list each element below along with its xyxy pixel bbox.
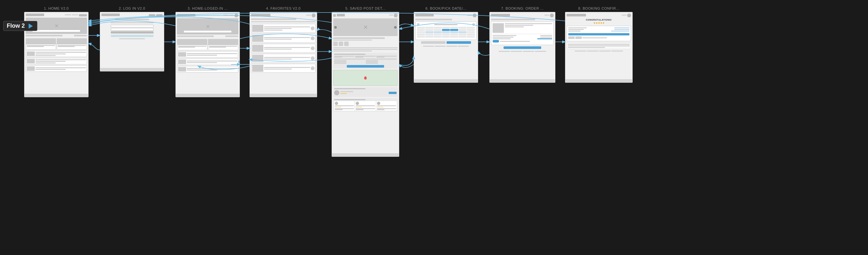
wf-footer <box>414 79 478 83</box>
wf-avatar <box>473 13 476 18</box>
wf-cal-next <box>472 23 475 26</box>
play-button[interactable] <box>27 23 34 29</box>
wf-list-card <box>177 51 238 58</box>
frame-8-wrapper: 8. BOOKING CONFIR... CONGRATULATIONS! ★★… <box>565 6 633 83</box>
wf-prop-img <box>208 39 238 45</box>
wf-logo <box>26 13 44 16</box>
wf-logo <box>491 14 510 17</box>
wf-card-img <box>27 59 35 63</box>
frame-1-wrapper: 1. HOME V2.0 <box>24 6 89 97</box>
wf-footer <box>565 79 632 83</box>
arrow-2-to-1 <box>89 43 100 50</box>
wf-cal-month <box>434 24 458 25</box>
frame-4-box[interactable] <box>250 12 317 97</box>
wf-forgot-link[interactable] <box>119 38 145 39</box>
wf-heart-icon <box>311 46 315 50</box>
wf-card-img <box>252 35 264 42</box>
wf-card-img <box>27 52 35 56</box>
wf-logo <box>337 14 345 17</box>
frame-2-wrapper: 2. LOG IN V2.0 <box>100 6 164 71</box>
frame-6-wrapper: 6. BOOK/PICK DATE/... <box>414 6 478 83</box>
wf-heart-icon <box>311 66 315 70</box>
wf-search <box>184 30 232 33</box>
arrow-6-to-5 <box>399 64 414 67</box>
wf-avatar <box>312 13 315 18</box>
wf-calendar[interactable] <box>415 22 476 40</box>
wf-page-title <box>415 19 452 20</box>
frame-3-box[interactable] <box>176 12 240 97</box>
frame-5-title: 5. SAVED POST DET... <box>345 6 386 10</box>
frame-3-wrapper: 3. HOME-LOGED-IN ... <box>176 6 240 97</box>
wf-confirm-btn <box>503 46 541 49</box>
wf-prop-text <box>27 46 44 47</box>
wf-oauth-btn[interactable] <box>111 35 154 37</box>
wf-prop-text <box>58 46 75 47</box>
wf-renter-section: ★★★★★ <box>333 87 398 97</box>
wf-nav-btn <box>79 14 87 17</box>
wf-nav-btn <box>156 14 163 17</box>
wf-back-btn <box>421 41 445 44</box>
wf-line <box>35 69 66 70</box>
wf-reviewer-avatar <box>335 102 338 105</box>
wf-card-img <box>178 67 186 71</box>
wf-fav-card <box>251 64 315 73</box>
wf-email-input[interactable] <box>111 25 154 27</box>
wf-map <box>333 70 398 86</box>
flow-label: Flow 2 <box>3 21 37 31</box>
wf-form-title <box>115 19 149 20</box>
wf-prop-card <box>208 39 238 50</box>
frame-5-wrapper: 5. SAVED POST DET... ✕ <box>332 6 399 157</box>
wf-prop-img <box>26 39 56 44</box>
wf-page-title <box>251 18 296 20</box>
wf-card-img <box>252 25 264 32</box>
wf-prop-card <box>57 38 87 50</box>
wf-review-stars: ★★★★★ <box>377 106 396 108</box>
wf-order-img <box>493 23 504 33</box>
flow-title: Flow 2 <box>7 23 25 29</box>
wf-login-btn[interactable] <box>111 31 154 33</box>
wf-footer <box>332 153 399 157</box>
wf-prop-img <box>177 39 207 45</box>
wf-line <box>35 52 86 53</box>
wf-card-img <box>178 52 186 57</box>
frame-6-box[interactable] <box>414 12 478 83</box>
wf-book-btn <box>347 65 384 68</box>
frame-2-box[interactable] <box>100 12 164 71</box>
wf-logo <box>251 14 271 17</box>
wf-review-stars: ★★★★★ <box>335 106 354 108</box>
wf-prop-img <box>57 39 87 44</box>
wf-password-input[interactable] <box>111 28 154 31</box>
wf-list-card <box>26 65 87 72</box>
wf-fav-card <box>251 54 315 63</box>
wf-footer <box>100 68 164 71</box>
arrow-5-6-top <box>399 24 414 26</box>
wf-prop-location <box>333 40 372 40</box>
wf-prop-title <box>333 37 385 39</box>
wf-list-card <box>177 66 238 72</box>
wf-avatar <box>550 13 554 18</box>
wf-line <box>35 59 86 60</box>
wf-avatar <box>627 13 631 18</box>
wf-footer <box>490 79 555 83</box>
wf-logo <box>567 14 586 17</box>
wf-stars: ★★★★★ <box>340 92 347 94</box>
wf-footer <box>25 94 88 97</box>
wf-list-card <box>26 51 87 57</box>
wf-reviewer-avatar <box>377 102 380 105</box>
wf-section-label <box>26 35 62 36</box>
wf-card-img <box>252 65 264 72</box>
wf-prop-card <box>26 38 56 50</box>
frame-8-box[interactable]: CONGRATULATIONS! ★★★★★ <box>565 12 633 83</box>
wf-subtitle <box>251 21 315 22</box>
wf-footer <box>250 94 317 97</box>
wf-feature-icon <box>333 41 338 46</box>
arrow-5-6-mid <box>399 56 414 65</box>
wf-line <box>35 62 56 63</box>
wf-reviewer-avatar <box>356 102 359 105</box>
wf-contact-btn <box>389 92 397 94</box>
wf-nav-item <box>65 14 71 15</box>
wf-logo <box>415 14 434 17</box>
frame-7-box[interactable] <box>489 12 555 83</box>
wf-card-img <box>252 45 264 52</box>
frame-5-box[interactable]: ✕ <box>332 12 399 157</box>
